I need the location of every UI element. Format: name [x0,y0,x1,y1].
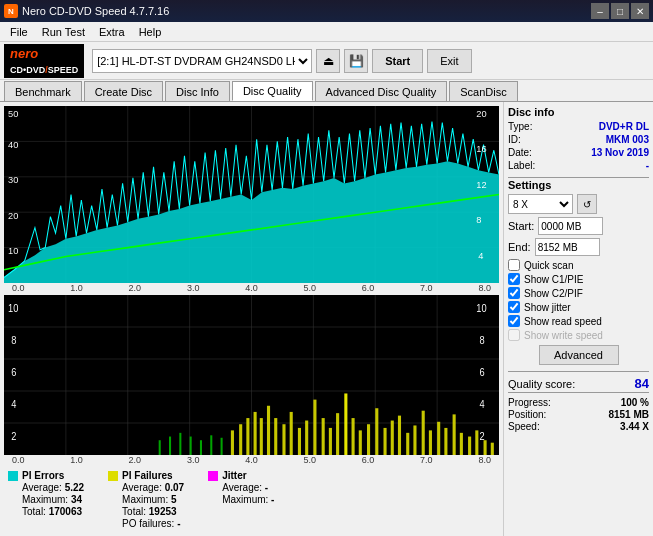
svg-rect-34 [231,430,234,455]
show-write-speed-label: Show write speed [524,330,603,341]
svg-rect-74 [210,435,212,455]
disc-info-title: Disc info [508,106,649,118]
advanced-button[interactable]: Advanced [539,345,619,365]
bottom-chart-xaxis: 0.0 1.0 2.0 3.0 4.0 5.0 6.0 7.0 8.0 [4,455,499,465]
tab-scan-disc[interactable]: ScanDisc [449,81,517,101]
menu-file[interactable]: File [4,24,34,40]
menu-bar: File Run Test Extra Help [0,22,653,42]
disc-id-row: ID: MKM 003 [508,134,649,145]
svg-rect-39 [267,406,270,455]
svg-rect-64 [460,433,463,455]
svg-text:6: 6 [11,366,16,378]
svg-text:8: 8 [476,214,481,225]
quality-score-label: Quality score: [508,378,575,390]
legend: PI Errors Average: 5.22 Maximum: 34 Tota… [4,467,499,532]
end-row: End: [508,238,649,256]
svg-rect-66 [475,430,478,455]
separator-2 [508,371,649,372]
settings-title: Settings [508,179,649,191]
speed-row: 8 X 4 X 8 X 12 X MAX ↺ [508,194,649,214]
position-value: 8151 MB [608,409,649,420]
svg-rect-46 [322,418,325,455]
exit-button[interactable]: Exit [427,49,471,73]
jitter-average: Average: - [208,482,274,493]
svg-rect-45 [313,400,316,455]
svg-text:6: 6 [479,366,484,378]
svg-text:4: 4 [11,398,16,410]
refresh-button[interactable]: ↺ [577,194,597,214]
svg-rect-49 [344,393,347,455]
svg-rect-38 [260,418,263,455]
main-content: 50 40 30 20 10 20 16 12 8 4 0.0 1.0 [0,102,653,536]
tab-advanced-disc-quality[interactable]: Advanced Disc Quality [315,81,448,101]
svg-rect-63 [453,414,456,455]
side-panel: Disc info Type: DVD+R DL ID: MKM 003 Dat… [503,102,653,536]
svg-rect-55 [391,421,394,455]
menu-help[interactable]: Help [133,24,168,40]
tab-disc-info[interactable]: Disc Info [165,81,230,101]
quick-scan-checkbox[interactable] [508,259,520,271]
speed-row: Speed: 3.44 X [508,421,649,432]
svg-text:16: 16 [476,143,486,154]
show-c1-pie-checkbox[interactable] [508,273,520,285]
po-failures: PO failures: - [108,518,184,529]
show-read-speed-checkbox[interactable] [508,315,520,327]
speed-value: 3.44 X [620,421,649,432]
svg-rect-71 [179,433,181,455]
svg-rect-67 [484,440,487,455]
settings-section: Settings 8 X 4 X 8 X 12 X MAX ↺ Start: E… [508,179,649,365]
svg-text:10: 10 [8,245,18,256]
pi-failures-color [108,471,118,481]
tab-benchmark[interactable]: Benchmark [4,81,82,101]
minimize-button[interactable]: – [591,3,609,19]
show-write-speed-row: Show write speed [508,329,649,341]
start-button[interactable]: Start [372,49,423,73]
end-input[interactable] [535,238,600,256]
pi-errors-maximum: Maximum: 34 [8,494,84,505]
show-jitter-row: Show jitter [508,301,649,313]
show-read-speed-label: Show read speed [524,316,602,327]
window-controls: – □ ✕ [591,3,649,19]
progress-section: Progress: 100 % Position: 8151 MB Speed:… [508,397,649,432]
svg-text:30: 30 [8,174,18,185]
svg-rect-53 [375,408,378,455]
show-c1-pie-label: Show C1/PIE [524,274,583,285]
legend-jitter: Jitter Average: - Maximum: - [208,470,274,529]
show-write-speed-checkbox[interactable] [508,329,520,341]
show-jitter-checkbox[interactable] [508,301,520,313]
pi-failures-total: Total: 19253 [108,506,184,517]
close-button[interactable]: ✕ [631,3,649,19]
drive-selector[interactable]: [2:1] HL-DT-ST DVDRAM GH24NSD0 LH00 [92,49,312,73]
start-input[interactable] [538,217,603,235]
svg-rect-59 [422,411,425,455]
speed-selector[interactable]: 8 X 4 X 8 X 12 X MAX [508,194,573,214]
disc-type-value: DVD+R DL [599,121,649,132]
separator-1 [508,177,649,178]
disc-label-row: Label: - [508,160,649,171]
tab-create-disc[interactable]: Create Disc [84,81,163,101]
jitter-maximum: Maximum: - [208,494,274,505]
jitter-color [208,471,218,481]
svg-rect-72 [190,437,192,455]
pi-errors-total: Total: 170063 [8,506,84,517]
position-row: Position: 8151 MB [508,409,649,420]
svg-text:8: 8 [11,334,16,346]
svg-rect-69 [159,440,161,455]
menu-extra[interactable]: Extra [93,24,131,40]
quick-scan-label: Quick scan [524,260,573,271]
maximize-button[interactable]: □ [611,3,629,19]
svg-rect-36 [246,418,249,455]
svg-rect-43 [298,428,301,455]
svg-rect-35 [239,424,242,455]
svg-text:50: 50 [8,108,18,119]
svg-text:12: 12 [476,179,486,190]
eject-button[interactable]: ⏏ [316,49,340,73]
save-button[interactable]: 💾 [344,49,368,73]
pi-errors-color [8,471,18,481]
show-c2-pif-checkbox[interactable] [508,287,520,299]
svg-text:2: 2 [479,430,484,442]
svg-rect-65 [468,437,471,455]
tab-disc-quality[interactable]: Disc Quality [232,81,313,101]
menu-run-test[interactable]: Run Test [36,24,91,40]
separator-3 [508,392,649,393]
